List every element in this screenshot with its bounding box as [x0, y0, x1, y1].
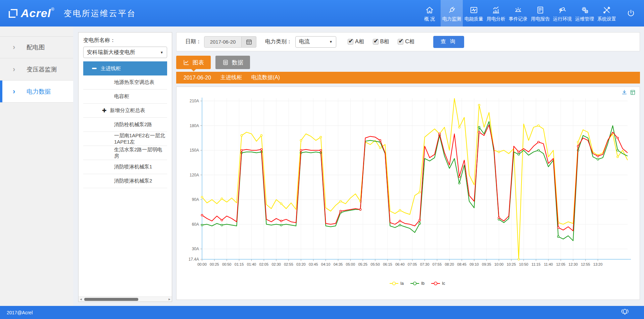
nav-label: 概 况 — [424, 16, 435, 22]
tree-item-new-sub-cabinet-meter[interactable]: ✚ 新增分立柜总表 — [83, 104, 167, 118]
tree-item-heat-pump-meter[interactable]: 地源热泵空调总表 — [83, 75, 167, 90]
svg-text:12:30: 12:30 — [568, 262, 578, 266]
category-select[interactable]: 电流 ▼ — [295, 36, 336, 48]
svg-text:01:15: 01:15 — [235, 262, 244, 266]
phase-c-label: C相 — [405, 38, 414, 45]
chevron-right-icon: › — [13, 65, 15, 74]
tree-horizontal-scrollbar[interactable]: ◄ ► — [79, 297, 172, 302]
nav-item-power-quality[interactable]: 电能质量 — [463, 0, 485, 26]
expand-plus-icon[interactable]: ✚ — [102, 107, 106, 114]
tab-data[interactable]: 数据 — [215, 56, 250, 69]
tree-item-label: 消防喷淋机械泵2 — [114, 178, 152, 184]
svg-text:00:50: 00:50 — [222, 262, 232, 266]
nav-item-usage-analysis[interactable]: 用电分析 — [485, 0, 507, 26]
scroll-left-arrow-icon[interactable]: ◄ — [79, 298, 83, 301]
nav-item-event-log[interactable]: 事件记录 — [507, 0, 529, 26]
page-title: 变电所运维云平台 — [64, 8, 136, 19]
scrollbar-thumb[interactable] — [84, 298, 138, 301]
sidebar-item-transformer-monitoring[interactable]: › 变压器监测 — [0, 58, 73, 81]
tree-item-label: 电容柜 — [114, 93, 129, 100]
copyright-text: 2017@Acrel — [7, 310, 33, 315]
sidebar-item-distribution-diagram[interactable]: › 配电图 — [0, 36, 73, 58]
nav-label: 运行环境 — [553, 16, 572, 22]
calendar-button[interactable] — [242, 36, 256, 48]
tree-item-capacitor-cabinet[interactable]: 电容柜 — [83, 90, 167, 104]
tools-icon — [602, 4, 611, 14]
svg-text:10:25: 10:25 — [507, 262, 516, 266]
svg-text:00:00: 00:00 — [197, 262, 207, 266]
tree-item-label: 新增分立柜总表 — [110, 107, 145, 114]
checkbox-icon[interactable] — [373, 39, 379, 45]
svg-text:05:00: 05:00 — [346, 262, 355, 266]
tree-item-water-pump[interactable]: 生活水泵2路一层弱电房 — [83, 146, 167, 160]
tree-item-floor1-ape[interactable]: 一层南1APE2右一层北1APE1左 — [83, 132, 167, 146]
nav-item-usage-report[interactable]: 用电报告 — [529, 0, 551, 26]
result-date: 2017-06-20 — [184, 75, 211, 81]
app-footer: 2017@Acrel — [0, 306, 644, 319]
date-input[interactable] — [204, 36, 242, 48]
nav-item-ops-management[interactable]: 运维管理 — [574, 0, 596, 26]
svg-text:120A: 120A — [190, 173, 199, 177]
nav-item-system-settings[interactable]: 系统设置 — [596, 0, 618, 26]
svg-text:13:20: 13:20 — [593, 262, 603, 266]
dropdown-arrow-icon: ▼ — [160, 51, 163, 54]
sidebar-item-power-data[interactable]: › 电力数据 — [0, 81, 73, 103]
logout-power-button[interactable] — [618, 0, 644, 26]
tree-item-sprinkler-pump-2[interactable]: 消防喷淋机械泵2 — [83, 174, 167, 188]
scroll-right-arrow-icon[interactable]: ► — [167, 298, 172, 301]
svg-text:150A: 150A — [190, 148, 199, 153]
svg-text:03:45: 03:45 — [309, 262, 318, 266]
svg-text:05:25: 05:25 — [358, 262, 367, 266]
svg-text:11:40: 11:40 — [544, 262, 553, 266]
chevron-right-icon: › — [13, 87, 15, 96]
svg-text:210A: 210A — [190, 99, 199, 103]
svg-text:09:10: 09:10 — [469, 262, 479, 266]
left-sidebar: › 配电图 › 变压器监测 › 电力数据 — [0, 26, 73, 306]
phase-a-checkbox[interactable]: A相 — [348, 38, 364, 45]
svg-text:02:55: 02:55 — [284, 262, 293, 266]
checkbox-icon[interactable] — [398, 39, 403, 45]
report-icon — [536, 4, 545, 14]
calendar-icon — [246, 39, 252, 45]
tree-item-label: 生活水泵2路一层弱电房 — [114, 147, 167, 159]
svg-text:02:05: 02:05 — [259, 262, 269, 266]
app-header: Acrel ® 变电所运维云平台 概 况 电力监测 电能质量 用电分析 事件记录… — [0, 0, 644, 26]
svg-text:00:25: 00:25 — [210, 262, 219, 266]
gear-icon — [580, 4, 589, 14]
tree-item-fire-hydrant-pump[interactable]: 消防栓机械泵2路 — [83, 118, 167, 132]
nav-label: 运维管理 — [575, 16, 594, 22]
category-label: 电力类别： — [265, 38, 292, 45]
nav-label: 用电报告 — [531, 16, 550, 22]
phase-b-label: B相 — [380, 38, 389, 45]
sidebar-item-label: 电力数据 — [27, 88, 51, 96]
nav-item-overview[interactable]: 概 况 — [418, 0, 441, 26]
current-line-chart[interactable]: 17.4A30A60A90A120A150A180A210A00:0000:25… — [178, 92, 638, 293]
tree-item-label: 地源热泵空调总表 — [114, 79, 154, 86]
tree-item-sprinkler-pump-1[interactable]: 消防喷淋机械泵1 — [83, 160, 167, 174]
nav-label: 系统设置 — [597, 16, 616, 22]
station-select[interactable]: 安科瑞新大楼变电所 ▼ — [83, 47, 167, 58]
svg-text:07:30: 07:30 — [420, 262, 430, 266]
nav-item-environment[interactable]: 运行环境 — [551, 0, 574, 26]
svg-text:30A: 30A — [192, 247, 199, 251]
nav-item-power-monitoring[interactable]: 电力监测 — [441, 0, 463, 26]
collapse-minus-icon[interactable] — [92, 68, 97, 69]
phase-c-checkbox[interactable]: C相 — [398, 38, 414, 45]
tree-item-main-incoming-cabinet[interactable]: 主进线柜 — [83, 61, 167, 75]
filter-bar: 日期： 电力类别： 电流 ▼ A相 B相 C相 查 询 — [176, 32, 640, 51]
phase-checkboxes: A相 B相 C相 — [348, 38, 423, 45]
list-icon — [222, 59, 229, 66]
tab-chart[interactable]: 图表 — [176, 56, 211, 69]
nav-label: 电力监测 — [442, 16, 461, 22]
svg-text:01:40: 01:40 — [247, 262, 256, 266]
phase-b-checkbox[interactable]: B相 — [373, 38, 389, 45]
station-select-value: 安科瑞新大楼变电所 — [87, 49, 135, 56]
checkbox-icon[interactable] — [348, 39, 353, 45]
nav-label: 用电分析 — [487, 16, 505, 22]
category-select-value: 电流 — [299, 38, 310, 45]
acrel-logo-icon — [7, 8, 19, 19]
notification-bell-icon[interactable] — [621, 308, 629, 317]
tab-data-label: 数据 — [232, 59, 243, 66]
top-nav: 概 况 电力监测 电能质量 用电分析 事件记录 用电报告 运行环境 运维管理 — [418, 0, 644, 26]
query-button[interactable]: 查 询 — [433, 36, 464, 48]
